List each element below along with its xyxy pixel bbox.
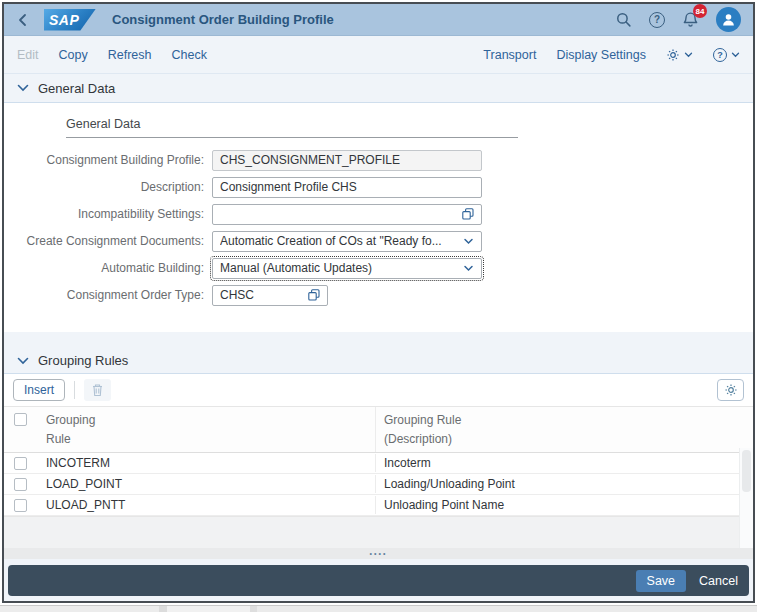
form-row: Consignment Building Profile: CHS_CONSIG… [4,149,753,171]
value-help-icon[interactable] [462,208,474,220]
table-header-row: Grouping Rule Grouping Rule (Description… [4,407,753,453]
table-settings-button[interactable] [717,379,744,401]
row-checkbox[interactable] [14,457,27,470]
field-label: Incompatibility Settings: [4,207,204,221]
copy-button[interactable]: Copy [59,48,88,62]
field-label: Consignment Order Type: [4,288,204,302]
resize-grip[interactable]: •••• [370,550,388,557]
sap-logo[interactable]: SAP [44,9,96,31]
chevron-down-icon [731,52,740,58]
cell-description: Loading/Unloading Point [376,475,753,494]
toolbar-right: Transport Display Settings ? [483,48,740,62]
check-button[interactable]: Check [172,48,207,62]
grouping-rules-card: Insert Grouping Rule Grouping [4,374,753,559]
notification-badge: 84 [693,4,707,18]
form-row: Automatic Building: Manual (Automatic Up… [4,257,753,279]
grouping-rules-table: Grouping Rule Grouping Rule (Description… [4,407,753,559]
table-row[interactable]: INCOTERM Incoterm [4,453,753,474]
row-checkbox[interactable] [14,499,27,512]
general-data-panel: General Data Consignment Building Profil… [4,103,753,332]
gear-icon [724,383,738,397]
general-data-section-header[interactable]: General Data [4,74,753,103]
cell-description: Incoterm [376,454,753,473]
insert-button[interactable]: Insert [13,379,65,401]
automatic-building-select[interactable]: Manual (Automatic Updates) [212,258,482,279]
shell-bar: SAP Consignment Order Building Profile ?… [4,4,753,36]
scrollbar-thumb[interactable] [742,450,751,492]
chevron-left-icon [16,13,30,27]
field-label: Automatic Building: [4,261,204,275]
collapse-chevron-icon [17,357,29,365]
gear-icon [666,48,680,62]
window-bottom-edge [0,605,757,612]
refresh-button[interactable]: Refresh [108,48,152,62]
page-title: Consignment Order Building Profile [112,12,334,27]
field-label: Create Consignment Documents: [4,234,204,248]
description-field[interactable]: Consignment Profile CHS [212,177,482,198]
incompatibility-settings-field[interactable] [212,204,482,225]
app-window: SAP Consignment Order Building Profile ?… [2,2,755,603]
table-row[interactable]: ULOAD_PNTT Unloading Point Name [4,495,753,516]
transport-button[interactable]: Transport [483,48,536,62]
trash-icon [91,383,104,397]
action-toolbar: Edit Copy Refresh Check Transport Displa… [4,36,753,74]
table-row[interactable]: LOAD_POINT Loading/Unloading Point [4,474,753,495]
sap-logo-text: SAP [49,12,79,28]
page-content: General Data General Data Consignment Bu… [4,74,753,559]
field-label: Description: [4,180,204,194]
cancel-button[interactable]: Cancel [699,574,738,588]
select-all-checkbox[interactable] [14,413,27,426]
section-gap [4,332,753,348]
cell-grouping-rule: ULOAD_PNTT [38,496,376,515]
display-settings-button[interactable]: Display Settings [556,48,646,62]
column-header-grouping-rule-description: Grouping Rule (Description) [376,407,753,452]
user-avatar[interactable] [716,7,741,32]
cell-description: Unloading Point Name [376,496,753,515]
footer-bar: Save Cancel [8,565,749,596]
section-title: Grouping Rules [38,353,128,368]
person-icon [721,12,736,27]
delete-button[interactable] [84,379,111,401]
shell-actions: ? 84 [615,7,741,32]
help-menu-button[interactable]: ? [713,48,740,62]
form-row: Consignment Order Type: CHSC [4,284,753,306]
save-button[interactable]: Save [636,570,687,592]
chevron-down-icon [463,265,474,272]
row-checkbox[interactable] [14,478,27,491]
help-icon: ? [713,48,727,62]
settings-menu-button[interactable] [666,48,693,62]
consignment-order-type-field[interactable]: CHSC [212,285,328,306]
grouping-rules-section-header[interactable]: Grouping Rules [4,348,753,374]
form-row: Incompatibility Settings: [4,203,753,225]
cell-grouping-rule: INCOTERM [38,454,376,473]
horizontal-scrollbar[interactable]: •••• [4,548,753,559]
section-title: General Data [38,81,115,96]
consignment-building-profile-field[interactable]: CHS_CONSIGNMENT_PROFILE [212,150,482,171]
form-row: Description: Consignment Profile CHS [4,176,753,198]
create-consignment-documents-select[interactable]: Automatic Creation of COs at "Ready fo..… [212,231,482,252]
help-icon[interactable]: ? [649,12,665,28]
field-label: Consignment Building Profile: [4,153,204,167]
form-row: Create Consignment Documents: Automatic … [4,230,753,252]
table-toolbar: Insert [4,374,753,407]
back-button[interactable] [16,13,30,27]
chevron-down-icon [684,52,693,58]
general-data-form: Consignment Building Profile: CHS_CONSIG… [4,149,753,306]
toolbar-divider [74,381,75,399]
edit-button[interactable]: Edit [17,48,39,62]
search-icon[interactable] [615,11,632,28]
vertical-scrollbar[interactable] [739,448,753,548]
collapse-chevron-icon [17,84,29,92]
form-group-title: General Data [66,117,518,138]
value-help-icon[interactable] [308,289,320,301]
table-empty-area [4,516,753,548]
column-header-grouping-rule: Grouping Rule [38,407,376,452]
chevron-down-icon [463,238,474,245]
notifications-icon[interactable]: 84 [682,11,699,28]
cell-grouping-rule: LOAD_POINT [38,475,376,494]
